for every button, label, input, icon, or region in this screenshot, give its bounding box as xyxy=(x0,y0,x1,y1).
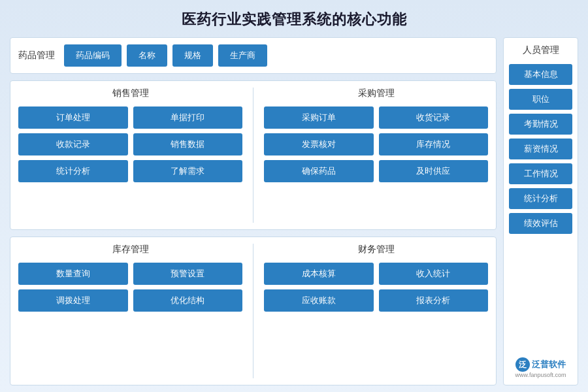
inventory-row-1: 数量查询 预警设置 xyxy=(18,263,242,285)
stats-analysis-sidebar-button[interactable]: 统计分析 xyxy=(509,188,572,209)
sales-panel-title: 销售管理 xyxy=(18,88,242,99)
logo-name: 泛普软件 xyxy=(532,359,566,370)
logo-url: www.fanpusoft.com xyxy=(515,372,566,378)
finance-row-2: 应收账款 报表分析 xyxy=(264,289,488,312)
sales-purchase-panel: 销售管理 订单处理 单据打印 收款记录 销售数据 统计分析 了解需求 xyxy=(10,80,497,230)
panel-divider-2 xyxy=(253,244,253,379)
page-title: 医药行业实践管理系统的核心功能 xyxy=(10,10,578,29)
transfer-process-button[interactable]: 调拨处理 xyxy=(18,289,128,312)
invoice-verify-button[interactable]: 发票核对 xyxy=(264,133,374,155)
warning-settings-button[interactable]: 预警设置 xyxy=(133,263,243,285)
attendance-button[interactable]: 考勤情况 xyxy=(509,114,572,135)
inventory-status-button[interactable]: 库存情况 xyxy=(379,133,489,155)
optimize-structure-button[interactable]: 优化结构 xyxy=(133,289,243,312)
understand-needs-button[interactable]: 了解需求 xyxy=(133,160,243,182)
logo-icon: 泛 xyxy=(515,357,530,372)
purchase-panel: 采购管理 采购订单 收货记录 发票核对 库存情况 确保药品 及时供应 xyxy=(264,88,488,223)
sales-row-2: 收款记录 销售数据 xyxy=(18,133,242,155)
content-area: 药品管理 药品编码 名称 规格 生产商 销售管理 订单处理 单据打印 收款记录 xyxy=(10,37,578,385)
drug-panel-label: 药品管理 xyxy=(18,50,55,61)
revenue-stats-button[interactable]: 收入统计 xyxy=(379,263,489,285)
finance-panel: 财务管理 成本核算 收入统计 应收账款 报表分析 xyxy=(264,244,488,379)
cost-accounting-button[interactable]: 成本核算 xyxy=(264,263,374,285)
timely-supply-button[interactable]: 及时供应 xyxy=(379,160,489,182)
finance-row-1: 成本核算 收入统计 xyxy=(264,263,488,285)
sales-row-1: 订单处理 单据打印 xyxy=(18,106,242,129)
inventory-finance-panel: 库存管理 数量查询 预警设置 调拨处理 优化结构 财务管理 成本核算 xyxy=(10,237,497,386)
work-status-button[interactable]: 工作情况 xyxy=(509,163,572,184)
left-panels: 药品管理 药品编码 名称 规格 生产商 销售管理 订单处理 单据打印 收款记录 xyxy=(10,37,497,385)
right-sidebar: 人员管理 基本信息 职位 考勤情况 薪资情况 工作情况 统计分析 绩效评估 泛 … xyxy=(503,37,578,385)
inventory-panel-title: 库存管理 xyxy=(18,244,242,255)
sales-data-button[interactable]: 销售数据 xyxy=(133,133,243,155)
purchase-row-1: 采购订单 收货记录 xyxy=(264,106,488,129)
drug-spec-button[interactable]: 规格 xyxy=(172,44,213,67)
basic-info-button[interactable]: 基本信息 xyxy=(509,64,572,85)
finance-panel-title: 财务管理 xyxy=(264,244,488,255)
purchase-order-button[interactable]: 采购订单 xyxy=(264,106,374,129)
purchase-panel-title: 采购管理 xyxy=(264,88,488,99)
sidebar-title: 人员管理 xyxy=(523,44,559,56)
drug-code-button[interactable]: 药品编码 xyxy=(64,44,122,67)
receipt-record-button[interactable]: 收货记录 xyxy=(379,106,489,129)
logo-area: 泛 泛普软件 www.fanpusoft.com xyxy=(515,353,566,378)
quantity-query-button[interactable]: 数量查询 xyxy=(18,263,128,285)
panel-divider-1 xyxy=(253,88,253,223)
drug-management-panel: 药品管理 药品编码 名称 规格 生产商 xyxy=(10,37,497,74)
position-button[interactable]: 职位 xyxy=(509,89,572,110)
main-container: 医药行业实践管理系统的核心功能 药品管理 药品编码 名称 规格 生产商 销售管理… xyxy=(0,0,588,392)
order-processing-button[interactable]: 订单处理 xyxy=(18,106,128,129)
drug-name-button[interactable]: 名称 xyxy=(127,44,167,67)
inventory-row-2: 调拨处理 优化结构 xyxy=(18,289,242,312)
inventory-panel: 库存管理 数量查询 预警设置 调拨处理 优化结构 xyxy=(18,244,242,379)
document-print-button[interactable]: 单据打印 xyxy=(133,106,243,129)
report-analysis-button[interactable]: 报表分析 xyxy=(379,289,489,312)
salary-button[interactable]: 薪资情况 xyxy=(509,139,572,159)
ensure-medicine-button[interactable]: 确保药品 xyxy=(264,160,374,182)
sales-row-3: 统计分析 了解需求 xyxy=(18,160,242,182)
purchase-row-3: 确保药品 及时供应 xyxy=(264,160,488,182)
sales-panel: 销售管理 订单处理 单据打印 收款记录 销售数据 统计分析 了解需求 xyxy=(18,88,242,223)
payment-record-button[interactable]: 收款记录 xyxy=(18,133,128,155)
purchase-row-2: 发票核对 库存情况 xyxy=(264,133,488,155)
stats-analysis-sales-button[interactable]: 统计分析 xyxy=(18,160,128,182)
drug-manufacturer-button[interactable]: 生产商 xyxy=(218,44,267,67)
receivables-button[interactable]: 应收账款 xyxy=(264,289,374,312)
performance-evaluation-button[interactable]: 绩效评估 xyxy=(509,213,572,234)
